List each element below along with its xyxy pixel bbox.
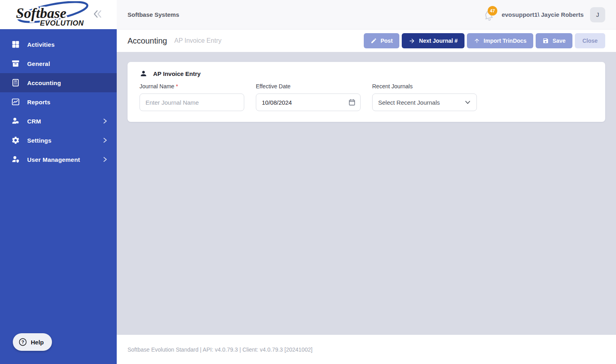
recent-journals-label: Recent Journals <box>372 83 477 90</box>
softbase-evolution-logo: Softbase EVOLUTION <box>11 1 97 28</box>
user-name: evosupport1\ Jaycie Roberts <box>502 11 584 18</box>
sidebar-item-label: Settings <box>27 137 52 144</box>
sidebar-item-label: Reports <box>27 99 50 105</box>
help-icon: ? <box>18 338 27 346</box>
logo-sub-text: EVOLUTION <box>40 19 84 27</box>
notification-count-badge: 47 <box>488 6 497 16</box>
sidebar: Softbase EVOLUTION Activities <box>0 0 117 364</box>
app-title: Softbase Systems <box>128 11 179 18</box>
journal-name-input[interactable] <box>140 93 244 111</box>
breadcrumb: AP Invoice Entry <box>174 37 221 44</box>
page-title: Accounting <box>128 36 167 46</box>
page-header: Accounting AP Invoice Entry Post Next Jo… <box>117 29 616 52</box>
sidebar-item-user-management[interactable]: User Management <box>0 150 117 169</box>
card-title-row: AP Invoice Entry <box>140 70 593 78</box>
sidebar-item-reports[interactable]: Reports <box>0 92 117 111</box>
help-label: Help <box>31 339 44 346</box>
sidebar-item-crm[interactable]: CRM <box>0 111 117 131</box>
recent-journals-field: Recent Journals Select Recent Journals <box>372 83 477 111</box>
effective-date-label: Effective Date <box>256 83 361 90</box>
chevron-right-icon <box>102 157 108 162</box>
recent-journals-select[interactable]: Select Recent Journals <box>372 93 477 111</box>
close-button-label: Close <box>582 38 598 44</box>
notifications-button[interactable]: 47 <box>483 9 495 21</box>
effective-date-field: Effective Date <box>256 83 361 111</box>
content-area: AP Invoice Entry Journal Name * Effectiv… <box>117 52 616 335</box>
journal-name-label-text: Journal Name <box>140 83 174 90</box>
person-shield-icon <box>11 155 20 164</box>
sidebar-item-general[interactable]: General <box>0 54 117 73</box>
avatar[interactable]: J <box>590 7 605 22</box>
svg-text:?: ? <box>21 340 24 344</box>
import-trindocs-button[interactable]: Import TrinDocs <box>467 33 533 48</box>
sidebar-item-label: CRM <box>27 118 41 125</box>
import-trindocs-button-label: Import TrinDocs <box>484 38 526 44</box>
save-icon <box>542 38 549 44</box>
sidebar-item-label: General <box>27 60 50 67</box>
recent-journals-selected-value: Select Recent Journals <box>378 99 440 106</box>
sidebar-item-label: Activities <box>27 41 55 48</box>
topbar-right: 47 evosupport1\ Jaycie Roberts J <box>483 7 605 22</box>
sidebar-item-accounting[interactable]: Accounting <box>0 73 117 92</box>
header-actions: Post Next Journal # Import TrinDocs Save <box>364 33 605 48</box>
calculator-icon <box>11 78 20 87</box>
journal-name-field: Journal Name * <box>140 83 244 111</box>
sidebar-collapse-icon[interactable] <box>93 10 103 18</box>
help-button[interactable]: ? Help <box>13 333 52 351</box>
next-journal-button-label: Next Journal # <box>419 38 457 44</box>
version-info: Softbase Evolution Standard | API: v4.0.… <box>128 346 313 353</box>
topbar: Softbase Systems 47 evosupport1\ Jaycie … <box>117 0 616 29</box>
chevron-right-icon <box>102 137 108 143</box>
effective-date-input[interactable] <box>256 93 361 111</box>
sidebar-item-settings[interactable]: Settings <box>0 131 117 150</box>
journal-name-label: Journal Name * <box>140 83 244 90</box>
upload-icon <box>474 38 480 44</box>
grid-icon <box>11 40 20 49</box>
person-tag-icon <box>11 117 20 125</box>
sidebar-item-label: Accounting <box>27 80 61 86</box>
form-fields: Journal Name * Effective Date <box>140 83 593 111</box>
pencil-icon <box>371 38 377 44</box>
footer: Softbase Evolution Standard | API: v4.0.… <box>117 335 616 364</box>
gear-icon <box>11 136 20 145</box>
close-button[interactable]: Close <box>575 33 605 48</box>
main-area: Softbase Systems 47 evosupport1\ Jaycie … <box>117 0 616 364</box>
card-title: AP Invoice Entry <box>153 70 201 77</box>
chevron-down-icon <box>464 99 471 105</box>
person-icon <box>140 70 148 78</box>
save-button-label: Save <box>552 38 566 44</box>
post-button[interactable]: Post <box>364 33 399 48</box>
sidebar-item-label: User Management <box>27 156 80 163</box>
logo-area: Softbase EVOLUTION <box>0 0 117 29</box>
chevron-right-icon <box>102 118 108 124</box>
ap-invoice-entry-card: AP Invoice Entry Journal Name * Effectiv… <box>128 62 605 122</box>
required-asterisk: * <box>176 83 178 90</box>
sidebar-nav: Activities General <box>0 35 117 169</box>
sidebar-item-activities[interactable]: Activities <box>0 35 117 54</box>
save-button[interactable]: Save <box>536 33 572 48</box>
logo-brand-text: Softbase <box>16 5 66 21</box>
next-journal-button[interactable]: Next Journal # <box>402 33 464 48</box>
chart-icon <box>11 97 20 106</box>
archive-icon <box>11 59 20 68</box>
arrow-right-icon <box>409 38 415 44</box>
post-button-label: Post <box>381 38 393 44</box>
